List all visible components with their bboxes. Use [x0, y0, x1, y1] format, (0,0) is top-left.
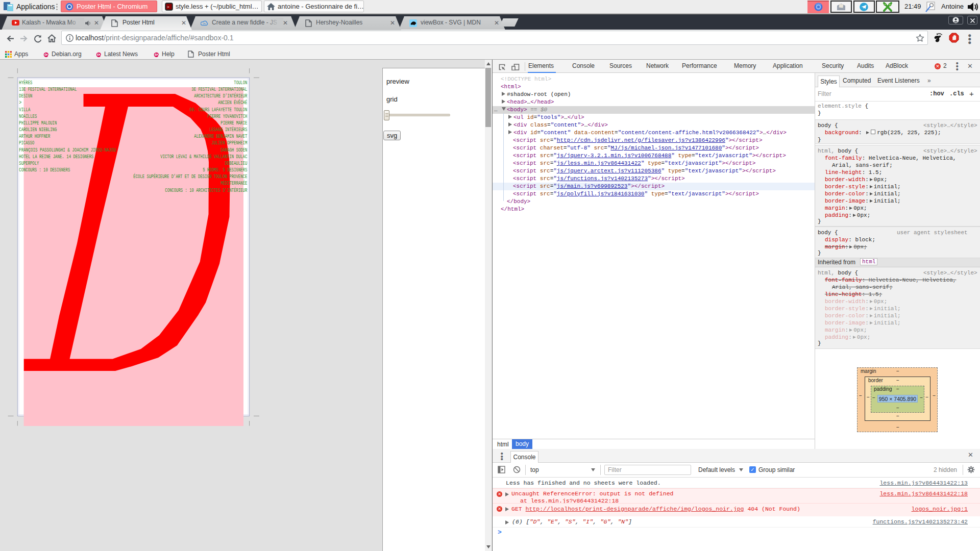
svg-text:FRANÇOIS PASSOLUNGHI & JOACHIM: FRANÇOIS PASSOLUNGHI & JOACHIM JIROU-NAJ… — [19, 147, 116, 153]
svg-text:TOULON: TOULON — [234, 80, 247, 86]
svg-text:ANCIEN ÉVÊCHÉ: ANCIEN ÉVÊCHÉ — [218, 99, 247, 106]
svg-text:SUPERPOLY: SUPERPOLY — [19, 160, 39, 166]
svg-text:NOAILLES: NOAILLES — [19, 113, 37, 119]
svg-text:3E FESTIVAL INTERNATIONAL: 3E FESTIVAL INTERNATIONAL — [191, 86, 247, 92]
svg-text:>: > — [167, 5, 169, 9]
svg-text:ARTHUR HOFFNER: ARTHUR HOFFNER — [19, 133, 50, 139]
svg-text:HYÈRES: HYÈRES — [19, 79, 32, 86]
svg-text:CONCOURS : 10 ARCHITECTES D'IN: CONCOURS : 10 ARCHITECTES D'INTÉRIEUR — [165, 187, 247, 193]
svg-text:DESIGN: DESIGN — [19, 93, 32, 99]
svg-text:ALEXANDRE BENJAMIN NAVET: ALEXANDRE BENJAMIN NAVET — [194, 133, 247, 139]
svg-text:PIERRE YOVANOVITCH: PIERRE YOVANOVITCH — [207, 113, 247, 119]
svg-text:VILLA: VILLA — [19, 107, 30, 113]
svg-text:JULIEN OPPENHEIM: JULIEN OPPENHEIM — [211, 140, 247, 146]
svg-text:13E FESTIVAL INTERNATIONAL: 13E FESTIVAL INTERNATIONAL — [19, 86, 77, 92]
svg-text:LESAGE INTÉRIEURS: LESAGE INTÉRIEURS — [209, 126, 247, 133]
svg-text:VICTOR LEVAI & MATHILDE VALLAN: VICTOR LEVAI & MATHILDE VALLANTIN DULAC — [160, 154, 247, 160]
svg-text:ARCHITECTURE D'INTÉRIEUR: ARCHITECTURE D'INTÉRIEUR — [194, 92, 247, 99]
svg-text:DARAGH SODEN: DARAGH SODEN — [220, 147, 247, 153]
svg-text:MÉDITERRANÉE: MÉDITERRANÉE — [220, 180, 247, 186]
svg-text:CONCOURS : 10 DESIGNERS: CONCOURS : 10 DESIGNERS — [19, 167, 70, 173]
svg-text:ÉCOLE SUPÉRIEURE D'ART ET DE D: ÉCOLE SUPÉRIEURE D'ART ET DE DESIGN TOUL… — [133, 173, 247, 180]
svg-text:PHILLIPPE MALOUIN: PHILLIPPE MALOUIN — [19, 120, 57, 126]
svg-text:69. COURS LAFAYETTE TOULON: 69. COURS LAFAYETTE TOULON — [189, 107, 247, 113]
svg-text:PIERRE MARIE: PIERRE MARIE — [220, 120, 247, 126]
svg-text:5 ROOMS. 5 DESIGNERS: 5 ROOMS. 5 DESIGNERS — [203, 167, 247, 173]
svg-text:HOTEL LA REINE JANE. 14 DESIGN: HOTEL LA REINE JANE. 14 DESIGNERS — [19, 154, 93, 160]
svg-text:>: > — [19, 99, 21, 106]
svg-text:PICASSO: PICASSO — [19, 140, 34, 146]
svg-text:CAROLIEN NIEBLING: CAROLIEN NIEBLING — [19, 127, 57, 133]
svg-text:DEBEAULIEU: DEBEAULIEU — [225, 160, 247, 166]
